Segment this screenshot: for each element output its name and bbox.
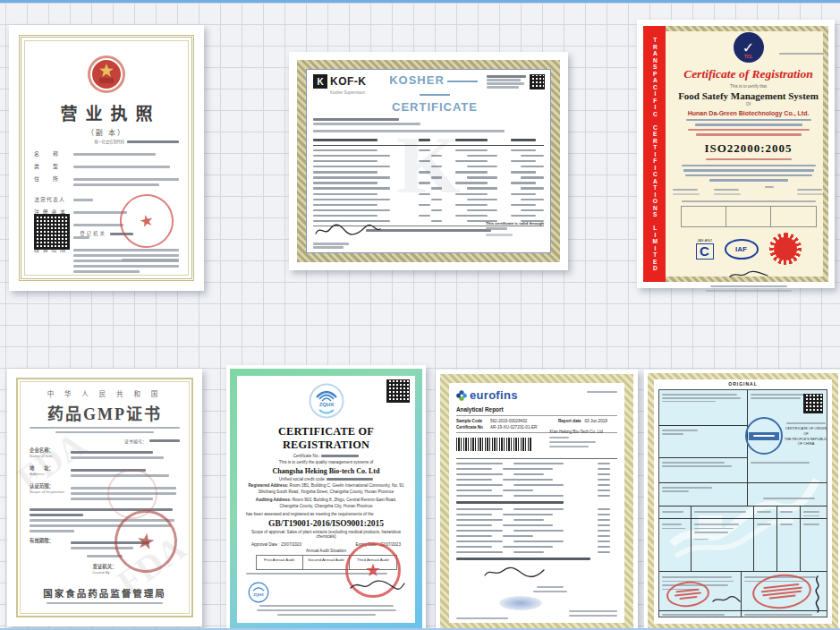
certificate-iso22000: TRANSPACIFIC CERTIFICATIONS LIMITED ✓ TC…	[637, 20, 835, 288]
certificate-kosher: K K KOF-K Kosher Supervision KOSHER CERT…	[289, 52, 568, 270]
blue-round-stamp	[745, 417, 783, 455]
kof-k-logo: K KOF-K Kosher Supervision	[313, 74, 383, 95]
tcl-logo: ✓ TCL	[734, 32, 764, 63]
cert-no-label: 证书编号：	[124, 438, 147, 444]
certificate-business-license: 营业执照 （副 本） 统一社会信用代码 名 称 类 型 住 所 法定代表人 注 …	[9, 25, 204, 291]
certificate-number-blur	[779, 50, 826, 57]
scope-line: Scope of approval: Sales of plant extrac…	[246, 530, 406, 539]
iaf-logo: IAF	[725, 239, 759, 260]
audit-col-1: First Annual Audit	[257, 556, 303, 569]
issuer-label: 登记机关	[80, 230, 106, 237]
certificate-no-label: Certificate No	[456, 425, 490, 430]
origin-form: CERTIFICATE OF ORIGIN OF THE PEOPLE'S RE…	[658, 389, 827, 617]
footer-fine-print-blur	[246, 602, 406, 618]
approval-date: Approval Date : 23/07/2020	[251, 542, 301, 547]
hs-code-header	[754, 507, 777, 519]
kof-k-logo-subtext: Kosher Supervision	[330, 90, 383, 95]
management-system-name: Food Satefy Management System	[669, 90, 827, 101]
scope-paragraph-blur	[669, 165, 827, 182]
client-company: Xi'an Heking Bio-Tech Co. Ltd	[549, 430, 615, 434]
zqhx-small-logo: ZQHX	[248, 582, 269, 603]
certificate-gmp: FDA FDA 中 华 人 民 共 和 国 药品GMP证书 证书编号： 企业名称…	[7, 369, 202, 626]
green-blue-border: ZQHX CERTIFICATE OF REGISTRATION Certifi…	[230, 369, 422, 630]
english-caption-blur	[30, 427, 180, 433]
qr-code	[386, 379, 410, 403]
registered-address: Registered Address: Room 3B1, Building C…	[246, 483, 406, 496]
description-header	[692, 507, 754, 519]
certify-line: This is to certify the quality managemen…	[246, 460, 406, 464]
jas-anz-logo: JAS-ANZ C	[696, 238, 714, 260]
sample-code-value: 562-2019-00028432	[490, 419, 546, 423]
eurofins-flower-icon	[456, 390, 467, 401]
address-label: 地 址：Address:	[30, 464, 71, 476]
signature-block	[669, 267, 827, 292]
seal-star: ★	[134, 528, 157, 556]
eurofins-logo: eurofins	[456, 388, 617, 402]
kof-k-logo-icon: K	[313, 74, 327, 89]
analysis-table	[456, 458, 617, 560]
footer-blur	[456, 608, 617, 619]
kosher-certificate-title: KOSHER CERTIFICATE	[383, 74, 487, 115]
original-label: ORIGINAL	[654, 381, 832, 387]
certificate-title: CERTIFICATE OF REGISTRATION	[246, 425, 406, 452]
consignee-cell	[659, 426, 748, 458]
marks-header	[659, 507, 692, 519]
footer-left-cell	[659, 610, 742, 617]
destination-cell	[659, 483, 748, 507]
scope-intro-blur	[669, 158, 827, 160]
kof-k-logo-text: KOF-K	[330, 75, 367, 88]
tcl-logo-text: TCL	[734, 54, 764, 59]
certificate-eurofins-report: eurofins Analytical Report Sample Code 5…	[436, 370, 638, 630]
eurofins-logo-text: eurofins	[470, 388, 518, 402]
barcode	[456, 438, 531, 451]
valid-through-note: This certificate is valid through	[486, 221, 544, 236]
auditing-address: Auditing Address: Room 903, Building 8, …	[246, 498, 406, 510]
surveillance-table	[681, 206, 817, 227]
credit-code-value-blur	[127, 140, 179, 143]
transpacific-red-band: TRANSPACIFIC CERTIFICATIONS LIMITED	[643, 26, 666, 282]
assessed-line: has been assessed and registered as meet…	[246, 512, 406, 516]
report-date-value: 03 Jun 2019	[585, 419, 607, 423]
certify-line: This is to certify that	[669, 84, 827, 89]
description-body	[692, 519, 754, 571]
audit-col-2: Second Annual Audit	[303, 556, 350, 569]
of-word: Of	[669, 102, 827, 106]
official-use-cell	[748, 483, 827, 507]
page-top-border	[0, 0, 840, 3]
license-subtitle: （副 本）	[34, 127, 179, 137]
client-address-block: Xi'an Heking Bio-Tech Co. Ltd	[549, 430, 615, 450]
field-label: 法定代表人	[34, 195, 73, 203]
certificate-of-origin: ORIGINAL	[644, 370, 840, 630]
transpacific-band-text: TRANSPACIFIC CERTIFICATIONS LIMITED	[651, 37, 658, 272]
signature	[349, 578, 406, 596]
red-starburst-seal	[769, 233, 802, 265]
assessed-statement-blur	[669, 129, 827, 136]
footer-right-cell	[742, 610, 827, 617]
jas-anz-mark: C	[696, 243, 714, 260]
certificate-number-line: Certificate No.:	[246, 454, 406, 458]
patterned-gold-border: K K KOF-K Kosher Supervision KOSHER CERT…	[297, 60, 560, 262]
country-header: 中 华 人 民 共 和 国	[30, 388, 180, 398]
title-word-kosher: KOSHER	[383, 74, 487, 88]
field-label: 名 称	[34, 149, 73, 158]
zqhx-logo: ZQHX	[246, 383, 406, 422]
quantity-body	[777, 519, 801, 571]
accreditation-logos: JAS-ANZ C IAF	[669, 233, 827, 265]
invoice-body	[801, 519, 827, 571]
name-label: 企业名称：Name of firm:	[30, 447, 71, 458]
issued-by-label: 发证机关：Issued By	[93, 563, 117, 575]
marks-body	[659, 519, 692, 571]
signature	[711, 594, 742, 605]
report-date-label: Report date	[558, 419, 581, 423]
qr-code	[530, 74, 545, 89]
title-line-3: THE PEOPLE'S REPUBLIC OF CHINA	[783, 437, 827, 447]
license-title: 营业执照	[34, 100, 179, 124]
certificates-collage: 营业执照 （副 本） 统一社会信用代码 名 称 类 型 住 所 法定代表人 注 …	[0, 0, 840, 630]
quantity-header	[777, 507, 801, 519]
standard-code: ISO22000:2005	[669, 141, 827, 156]
credit-code-line: Unified social credit code:	[246, 477, 406, 481]
standard-code: GB/T19001-2016/ISO9001:2015	[246, 519, 406, 528]
issuer-name: 国家食品药品监督管理局	[21, 586, 188, 600]
signature	[483, 566, 617, 592]
svg-text:ZQHX: ZQHX	[253, 592, 264, 597]
